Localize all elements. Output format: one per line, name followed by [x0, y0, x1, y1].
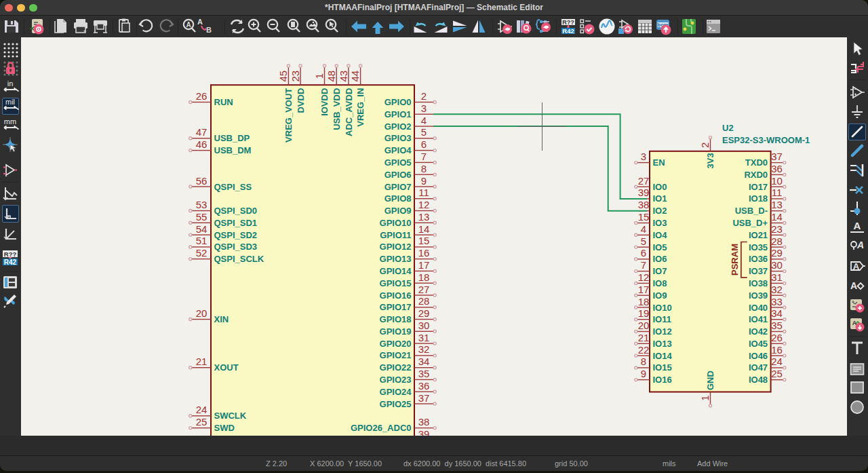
svg-text:ESP32-S3-WROOM-1: ESP32-S3-WROOM-1	[722, 135, 810, 145]
svg-text:IO4: IO4	[653, 230, 668, 240]
svg-text:GPIO26_ADC0: GPIO26_ADC0	[351, 423, 412, 433]
svg-text:55: 55	[196, 211, 208, 223]
svg-text:8: 8	[641, 356, 646, 367]
svg-text:IO2: IO2	[653, 206, 667, 216]
svg-text:GPIO25: GPIO25	[380, 399, 412, 409]
svg-text:A: A	[186, 21, 191, 29]
svg-text:33: 33	[771, 296, 783, 307]
svg-text:3V3: 3V3	[705, 153, 715, 168]
svg-text:IO40: IO40	[749, 303, 768, 313]
svg-text:R??: R??	[562, 19, 574, 26]
svg-text:3: 3	[641, 151, 646, 162]
svg-text:USB_DM: USB_DM	[214, 145, 252, 155]
svg-text:20: 20	[196, 307, 208, 319]
svg-text:43: 43	[338, 71, 349, 82]
svg-text:IO35: IO35	[749, 242, 768, 252]
svg-text:53: 53	[196, 199, 208, 210]
svg-text:IO17: IO17	[749, 182, 768, 192]
svg-text:ADC_AVDD: ADC_AVDD	[344, 88, 354, 136]
svg-text:22: 22	[638, 344, 650, 356]
svg-text:26: 26	[196, 90, 208, 102]
svg-text:23: 23	[290, 71, 301, 82]
svg-text:36: 36	[771, 163, 783, 174]
svg-text:IO14: IO14	[653, 351, 673, 361]
svg-text:34: 34	[418, 356, 430, 367]
svg-text:29: 29	[771, 247, 783, 259]
svg-text:31: 31	[771, 271, 783, 283]
svg-text:4: 4	[421, 115, 427, 126]
svg-text:5: 5	[641, 235, 646, 247]
svg-text:18: 18	[418, 271, 430, 283]
svg-text:14: 14	[418, 223, 430, 235]
svg-text:GPIO15: GPIO15	[380, 278, 412, 288]
svg-text:IO0: IO0	[653, 182, 667, 192]
svg-text:1: 1	[699, 395, 711, 400]
svg-text:15: 15	[638, 211, 650, 223]
svg-text:GPIO20: GPIO20	[380, 339, 412, 349]
svg-text:45: 45	[277, 71, 289, 82]
svg-text:10: 10	[771, 175, 783, 187]
svg-text:2: 2	[699, 143, 711, 148]
svg-text:37: 37	[771, 151, 783, 162]
svg-text:SWCLK: SWCLK	[214, 411, 247, 421]
svg-text:8: 8	[421, 163, 427, 174]
svg-text:GPIO23: GPIO23	[380, 375, 412, 385]
svg-text:GPIO1: GPIO1	[384, 109, 412, 119]
svg-text:GPIO8: GPIO8	[384, 193, 412, 204]
svg-text:R??: R??	[4, 250, 17, 258]
svg-text:GPIO3: GPIO3	[384, 133, 412, 143]
svg-text:IO8: IO8	[653, 278, 667, 288]
svg-text:IO11: IO11	[653, 314, 671, 324]
svg-text:DVDD: DVDD	[296, 88, 306, 113]
svg-text:XIN: XIN	[214, 314, 229, 324]
svg-text:IO37: IO37	[749, 266, 768, 276]
svg-text:IO38: IO38	[749, 278, 768, 288]
svg-text:GPIO4: GPIO4	[384, 145, 412, 155]
svg-text:26: 26	[771, 332, 783, 343]
svg-text:QSPI_SCLK: QSPI_SCLK	[214, 254, 264, 264]
svg-text:5: 5	[421, 126, 427, 138]
svg-text:RXD0: RXD0	[744, 170, 768, 180]
svg-text:QSPI_SD2: QSPI_SD2	[214, 230, 258, 240]
svg-text:A: A	[850, 280, 857, 291]
svg-text:TXD0: TXD0	[745, 157, 768, 168]
svg-text:EN: EN	[653, 157, 665, 168]
svg-text:IO15: IO15	[653, 362, 672, 373]
svg-text:7: 7	[641, 259, 646, 271]
svg-text:24: 24	[771, 356, 783, 367]
svg-text:6: 6	[421, 138, 427, 150]
svg-text:GPIO19: GPIO19	[380, 326, 412, 337]
svg-text:12: 12	[418, 199, 430, 210]
svg-text:GPIO12: GPIO12	[380, 242, 412, 252]
svg-text:GPIO5: GPIO5	[384, 157, 412, 168]
svg-text:30: 30	[418, 320, 430, 331]
svg-text:52: 52	[196, 247, 208, 259]
svg-text:29: 29	[418, 307, 430, 319]
svg-text:GPIO7: GPIO7	[384, 182, 412, 192]
svg-text:37: 37	[418, 392, 430, 404]
svg-text:28: 28	[771, 235, 783, 247]
svg-text:GPIO11: GPIO11	[380, 230, 411, 240]
svg-text:38: 38	[638, 199, 650, 210]
svg-text:18: 18	[638, 296, 650, 307]
svg-text:2: 2	[421, 90, 427, 102]
svg-text:7: 7	[421, 151, 427, 162]
svg-text:16: 16	[418, 247, 430, 259]
svg-text:QSPI_SD1: QSPI_SD1	[214, 218, 258, 228]
svg-text:IO1: IO1	[653, 193, 667, 204]
svg-text:IO6: IO6	[653, 254, 667, 264]
svg-text:R42: R42	[4, 259, 17, 266]
svg-text:27: 27	[638, 175, 650, 187]
svg-text:25: 25	[771, 368, 783, 379]
svg-text:20: 20	[638, 320, 650, 331]
svg-text:IO12: IO12	[653, 326, 672, 337]
svg-text:28: 28	[418, 295, 430, 307]
svg-text:GPIO21: GPIO21	[380, 350, 412, 360]
svg-text:47: 47	[196, 126, 208, 138]
svg-text:GPIO17: GPIO17	[380, 302, 412, 312]
svg-text:32: 32	[418, 343, 430, 355]
svg-text:VREG_VOUT: VREG_VOUT	[283, 88, 294, 143]
svg-text:1: 1	[313, 73, 325, 79]
svg-text:IO46: IO46	[749, 351, 768, 361]
svg-text:24: 24	[196, 404, 208, 415]
